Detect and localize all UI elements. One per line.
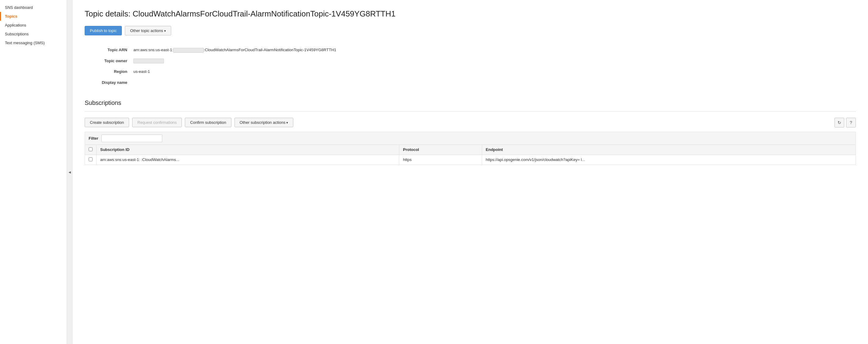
sidebar-item-topics[interactable]: Topics xyxy=(0,12,67,21)
table-header-protocol: Protocol xyxy=(399,145,482,154)
create-subscription-button[interactable]: Create subscription xyxy=(85,118,129,127)
region-label: Region xyxy=(85,68,133,74)
sidebar-item-subscriptions[interactable]: Subscriptions xyxy=(0,30,67,38)
table-header-id: Subscription ID xyxy=(97,145,399,154)
arn-row: Topic ARN arn:aws:sns:us-east-1::CloudWa… xyxy=(85,45,856,56)
row-checkbox[interactable] xyxy=(89,157,93,161)
filter-label: Filter xyxy=(89,136,98,141)
section-divider xyxy=(85,111,856,112)
sidebar-item-text-messaging[interactable]: Text messaging (SMS) xyxy=(0,38,67,47)
display-name-label: Display name xyxy=(85,80,133,85)
refresh-icon: ↻ xyxy=(838,120,841,125)
row-id: arn:aws:sns:us-east-1: :CloudWatchAlarms… xyxy=(97,154,399,165)
publish-to-topic-button[interactable]: Publish to topic xyxy=(85,26,122,35)
arn-redacted xyxy=(173,48,204,53)
row-protocol: https xyxy=(399,154,482,165)
region-row: Region us-east-1 xyxy=(85,66,856,77)
page-title: Topic details: CloudWatchAlarmsForCloudT… xyxy=(85,9,856,19)
topic-toolbar: Publish to topic Other topic actions xyxy=(85,26,856,35)
request-confirmations-button[interactable]: Request confirmations xyxy=(132,118,182,127)
region-value: us-east-1 xyxy=(133,68,150,75)
arn-label: Topic ARN xyxy=(85,47,133,52)
subscriptions-toolbar: Create subscription Request confirmation… xyxy=(85,118,856,127)
help-button[interactable]: ? xyxy=(846,118,856,127)
display-name-row: Display name xyxy=(85,77,856,87)
filter-input[interactable] xyxy=(101,135,162,142)
confirm-subscription-button[interactable]: Confirm subscription xyxy=(185,118,231,127)
table-header-checkbox xyxy=(85,145,97,154)
filter-row: Filter xyxy=(85,132,856,145)
other-topic-actions-button[interactable]: Other topic actions xyxy=(125,26,171,35)
table-header-endpoint: Endpoint xyxy=(482,145,856,154)
topic-details: Topic ARN arn:aws:sns:us-east-1::CloudWa… xyxy=(85,45,856,87)
refresh-button[interactable]: ↻ xyxy=(835,118,844,127)
other-subscription-actions-button[interactable]: Other subscription actions xyxy=(235,118,293,127)
sidebar-item-sns-dashboard[interactable]: SNS dashboard xyxy=(0,3,67,12)
owner-label: Topic owner xyxy=(85,58,133,63)
collapse-handle[interactable]: ◀ xyxy=(67,0,72,344)
owner-row: Topic owner xyxy=(85,56,856,66)
subscriptions-section-title: Subscriptions xyxy=(85,99,856,107)
main-content: Topic details: CloudWatchAlarmsForCloudT… xyxy=(72,0,868,344)
toolbar-right: ↻ ? xyxy=(835,118,856,127)
row-endpoint: https://api.opsgenie.com/v1/json/cloudwa… xyxy=(482,154,856,165)
arn-value: arn:aws:sns:us-east-1::CloudWatchAlarmsF… xyxy=(133,47,336,53)
help-icon: ? xyxy=(850,120,852,125)
owner-redacted xyxy=(133,59,164,63)
table-row: arn:aws:sns:us-east-1: :CloudWatchAlarms… xyxy=(85,154,856,165)
owner-value xyxy=(133,58,164,64)
row-checkbox-cell xyxy=(85,154,97,165)
sidebar: SNS dashboardTopicsApplicationsSubscript… xyxy=(0,0,67,344)
sidebar-item-applications[interactable]: Applications xyxy=(0,21,67,30)
subscriptions-table: Subscription ID Protocol Endpoint arn:aw… xyxy=(85,145,856,165)
select-all-checkbox[interactable] xyxy=(89,147,93,151)
